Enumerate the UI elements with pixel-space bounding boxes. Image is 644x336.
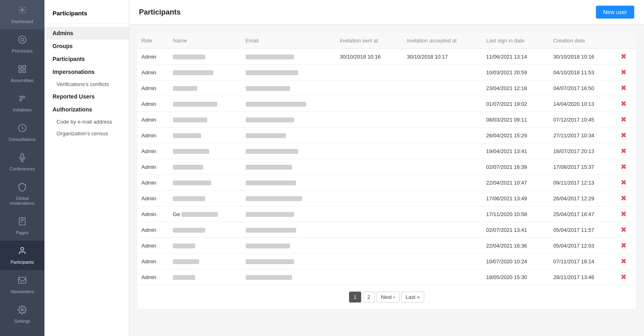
blurred-name bbox=[181, 212, 218, 217]
cell-name bbox=[169, 143, 242, 159]
processes-icon bbox=[18, 35, 27, 46]
sidebar-item-term-customizer[interactable]: Term customizer bbox=[0, 329, 44, 336]
blurred-email bbox=[246, 70, 298, 75]
delete-user-button[interactable]: ✖ bbox=[621, 226, 627, 233]
cell-creation-date: 04/10/2018 11:53 bbox=[549, 65, 617, 80]
cell-last-sign-in: 02/07/2021 16:39 bbox=[482, 159, 549, 175]
delete-user-button[interactable]: ✖ bbox=[621, 116, 627, 123]
cell-invitation-sent bbox=[336, 128, 403, 143]
table-row: Admin19/04/2021 13:4118/07/2017 20:13✖ bbox=[137, 143, 636, 159]
last-page-button[interactable]: Last » bbox=[401, 292, 424, 302]
cell-name: Ge bbox=[169, 206, 242, 222]
cell-role: Admin bbox=[137, 238, 169, 254]
sidebar-item-settings[interactable]: Settings bbox=[0, 300, 44, 329]
delete-user-button[interactable]: ✖ bbox=[621, 242, 627, 249]
blurred-email bbox=[246, 86, 290, 91]
cell-invitation-accepted bbox=[403, 96, 482, 112]
cell-role: Admin bbox=[137, 65, 169, 80]
sidebar-item-label-consultations: Consultations bbox=[9, 137, 36, 142]
delete-user-button[interactable]: ✖ bbox=[621, 258, 627, 265]
secondary-sidebar-item-authorizations[interactable]: Authorizations bbox=[44, 103, 129, 116]
cell-last-sign-in: 22/04/2021 10:47 bbox=[482, 175, 549, 191]
cell-last-sign-in: 10/07/2020 10:24 bbox=[482, 254, 549, 269]
cell-invitation-sent bbox=[336, 112, 403, 128]
cell-creation-date: 27/11/2017 10:34 bbox=[549, 128, 617, 143]
cell-role: Admin bbox=[137, 206, 169, 222]
sidebar-item-newsletters[interactable]: Newsletters bbox=[0, 270, 44, 300]
content-header: Participants New user bbox=[129, 0, 644, 25]
secondary-sidebar-item-org-census[interactable]: Organization's census bbox=[44, 128, 129, 139]
blurred-name bbox=[173, 165, 203, 170]
sidebar-item-dashboard[interactable]: Dashboard bbox=[0, 0, 44, 29]
next-page-button[interactable]: Next › bbox=[377, 292, 400, 302]
blurred-name bbox=[173, 196, 205, 201]
sidebar-item-conferences[interactable]: Conferences bbox=[0, 147, 44, 177]
cell-invitation-sent bbox=[336, 80, 403, 96]
cell-email bbox=[242, 191, 336, 206]
blurred-email bbox=[246, 259, 294, 264]
cell-last-sign-in: 18/05/2020 15:30 bbox=[482, 269, 549, 285]
cell-last-sign-in: 26/04/2021 15:29 bbox=[482, 128, 549, 143]
page-title: Participants bbox=[139, 8, 181, 17]
page-button-2[interactable]: 2 bbox=[363, 292, 375, 302]
sidebar-item-label-settings: Settings bbox=[14, 319, 30, 323]
sidebar-item-assemblies[interactable]: Assemblies bbox=[0, 59, 44, 88]
secondary-sidebar-item-impersonations[interactable]: Impersonations bbox=[44, 65, 129, 78]
table-header-row: RoleNameEmailInvitation sent atInvitatio… bbox=[137, 33, 636, 49]
cell-name bbox=[169, 222, 242, 238]
secondary-sidebar-item-reported-users[interactable]: Reported Users bbox=[44, 90, 129, 103]
delete-user-button[interactable]: ✖ bbox=[621, 147, 627, 155]
cell-delete: ✖ bbox=[617, 128, 636, 143]
table-row: Admin01/07/2021 19:0214/04/2020 10:13✖ bbox=[137, 96, 636, 112]
conferences-icon bbox=[18, 153, 27, 164]
cell-last-sign-in: 01/07/2021 19:02 bbox=[482, 96, 549, 112]
cell-last-sign-in: 17/06/2021 13:49 bbox=[482, 191, 549, 206]
sidebar-item-processes[interactable]: Processes bbox=[0, 29, 44, 59]
delete-user-button[interactable]: ✖ bbox=[621, 69, 627, 76]
delete-user-button[interactable]: ✖ bbox=[621, 84, 627, 92]
cell-name bbox=[169, 269, 242, 285]
delete-user-button[interactable]: ✖ bbox=[621, 100, 627, 107]
col-actions bbox=[617, 33, 636, 49]
secondary-sidebar-item-groups[interactable]: Groups bbox=[44, 40, 129, 52]
svg-rect-4 bbox=[23, 66, 25, 68]
cell-email bbox=[242, 159, 336, 175]
delete-user-button[interactable]: ✖ bbox=[621, 179, 627, 186]
delete-user-button[interactable]: ✖ bbox=[621, 132, 627, 139]
sidebar-item-consultations[interactable]: Consultations bbox=[0, 118, 44, 147]
svg-point-9 bbox=[21, 248, 23, 250]
sidebar-item-participants[interactable]: Participants bbox=[0, 241, 44, 270]
cell-invitation-sent bbox=[336, 238, 403, 254]
delete-user-button[interactable]: ✖ bbox=[621, 273, 627, 281]
cell-last-sign-in: 10/03/2021 20:59 bbox=[482, 65, 549, 80]
sidebar-item-global-moderations[interactable]: Global moderations bbox=[0, 177, 44, 211]
table-header: RoleNameEmailInvitation sent atInvitatio… bbox=[137, 33, 636, 49]
sidebar-item-pages[interactable]: Pages bbox=[0, 211, 44, 241]
secondary-sidebar-item-code-by-email[interactable]: Code by e-mail address bbox=[44, 116, 129, 128]
participants-table-container: RoleNameEmailInvitation sent atInvitatio… bbox=[137, 33, 636, 309]
page-button-1[interactable]: 1 bbox=[349, 292, 361, 302]
cell-name bbox=[169, 128, 242, 143]
cell-email bbox=[242, 269, 336, 285]
cell-invitation-sent bbox=[336, 269, 403, 285]
delete-user-button[interactable]: ✖ bbox=[621, 163, 627, 170]
cell-invitation-accepted bbox=[403, 222, 482, 238]
delete-user-button[interactable]: ✖ bbox=[621, 210, 627, 218]
svg-point-0 bbox=[21, 9, 23, 11]
sidebar-item-label-assemblies: Assemblies bbox=[11, 78, 34, 83]
blurred-name bbox=[173, 118, 207, 122]
new-user-button[interactable]: New user bbox=[596, 6, 634, 19]
sidebar-item-initiatives[interactable]: Initiatives bbox=[0, 88, 44, 118]
newsletters-icon bbox=[18, 276, 27, 287]
delete-user-button[interactable]: ✖ bbox=[621, 53, 627, 60]
cell-name bbox=[169, 159, 242, 175]
delete-user-button[interactable]: ✖ bbox=[621, 195, 627, 202]
secondary-sidebar-item-admins[interactable]: Admins bbox=[44, 27, 129, 40]
participants-icon bbox=[18, 246, 27, 257]
cell-delete: ✖ bbox=[617, 191, 636, 206]
secondary-sidebar-item-participants[interactable]: Participants bbox=[44, 52, 129, 65]
blurred-email bbox=[246, 212, 294, 217]
secondary-sidebar-item-verifications-conflicts[interactable]: Verifications's conflicts bbox=[44, 78, 129, 90]
blurred-email bbox=[246, 55, 294, 59]
cell-invitation-accepted bbox=[403, 143, 482, 159]
